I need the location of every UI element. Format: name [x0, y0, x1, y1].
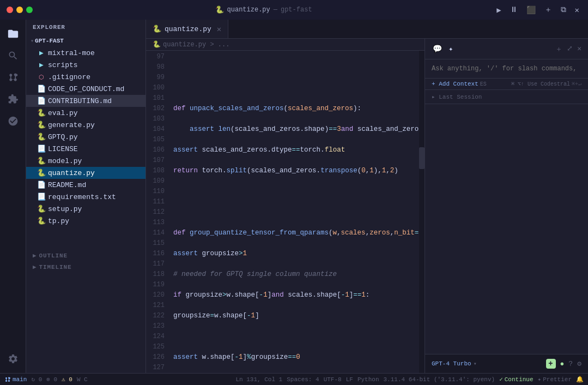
- ai-icon[interactable]: [3, 111, 23, 131]
- sidebar-item-label: requirements.txt: [48, 193, 116, 201]
- py-icon: 🐍: [37, 109, 46, 117]
- ai-plus-button[interactable]: +: [546, 359, 556, 369]
- errors-indicator[interactable]: ⊗ 0: [46, 376, 57, 383]
- sidebar-item-setup[interactable]: 🐍 setup.py: [26, 203, 146, 215]
- minimize-button[interactable]: [16, 7, 23, 13]
- prettier-indicator[interactable]: ✦ Prettier: [538, 376, 572, 383]
- maximize-button[interactable]: [26, 7, 33, 13]
- sidebar-item-label: setup.py: [48, 205, 82, 213]
- sidebar-item-label: eval.py: [48, 109, 78, 117]
- sidebar-item-label: CODE_OF_CONDUCT.md: [48, 85, 124, 93]
- sidebar-item-requirements[interactable]: 📃 requirements.txt: [26, 191, 146, 203]
- sidebar-item-label: .gitignore: [48, 73, 90, 81]
- spaces-indicator[interactable]: Spaces: 4: [287, 376, 319, 383]
- sidebar-item-gitignore[interactable]: ⬡ .gitignore: [26, 71, 146, 83]
- line-numbers: 97 98 99 100 101 102 103 104 105 106 107…: [146, 51, 169, 373]
- ai-panel: 💬 ✦ ＋ ⤢ ✕ + Add Context ES: [425, 39, 588, 373]
- ai-tab-chat[interactable]: 💬: [432, 43, 443, 55]
- sidebar-item-mixtral[interactable]: ▶ mixtral-moe: [26, 47, 146, 59]
- sidebar-item-label: scripts: [48, 61, 78, 69]
- sidebar-item-scripts[interactable]: ▶ scripts: [26, 59, 146, 71]
- cursor-position[interactable]: Ln 131, Col 1: [235, 376, 282, 383]
- sidebar-item-label: mixtral-moe: [48, 49, 95, 57]
- sidebar-item-label: model.py: [48, 157, 82, 165]
- chevron-down-icon: ▾: [474, 360, 477, 367]
- tab-quantize[interactable]: 🐍 quantize.py ✕: [146, 20, 228, 38]
- editor-area: 🐍 quantize.py ✕ 🐍 quantize.py > ... 97 9…: [146, 20, 588, 373]
- sidebar-header: Explorer: [26, 20, 146, 35]
- ai-close-icon[interactable]: ✕: [577, 44, 581, 54]
- status-bar: main ↻ 0 ⊗ 0 ⚠ 0 W C Ln 131, Col 1 Space…: [0, 373, 588, 385]
- notification-bell[interactable]: 🔔: [576, 376, 584, 383]
- sidebar-item-code-of-conduct[interactable]: 📄 CODE_OF_CONDUCT.md: [26, 83, 146, 95]
- pause-icon[interactable]: ⏸: [508, 4, 520, 15]
- sidebar-item-readme[interactable]: 📄 README.md: [26, 179, 146, 191]
- continue-indicator[interactable]: ✓ Continue: [499, 376, 533, 383]
- ai-add-icon[interactable]: ＋: [555, 44, 562, 54]
- chevron-right-icon: ▶: [33, 263, 37, 270]
- editor-main[interactable]: 🐍 quantize.py > ... 97 98 99 100 101 102…: [146, 39, 425, 373]
- ai-expand-icon[interactable]: ⤢: [567, 44, 573, 54]
- sidebar-item-contributing[interactable]: 📄 CONTRIBUTING.md: [26, 95, 146, 107]
- language-indicator[interactable]: Python: [357, 376, 379, 383]
- md-icon: 📄: [37, 97, 46, 105]
- close-icon[interactable]: ✕: [573, 4, 581, 16]
- breadcrumb: quantize.py > ...: [163, 41, 229, 49]
- timeline-section[interactable]: ▶ TIMELINE: [26, 260, 146, 272]
- branch-icon: [4, 376, 11, 383]
- model-name: GPT-4 Turbo: [432, 360, 471, 367]
- title-bar: 🐍 quantize.py — gpt-fast ▶ ⏸ ⬛ ＋ ⧉ ✕: [0, 0, 588, 20]
- terminal-icon[interactable]: ⬛: [524, 4, 538, 16]
- sidebar-item-generate[interactable]: 🐍 generate.py: [26, 119, 146, 131]
- add-context-button[interactable]: + Add Context ES: [432, 81, 487, 87]
- sidebar-item-gptq[interactable]: 🐍 GPTQ.py: [26, 131, 146, 143]
- sync-indicator[interactable]: ↻ 0: [31, 376, 42, 383]
- codestral-button[interactable]: ⌘ ⌥↑ Use Codestral ⌘+↵: [511, 81, 581, 87]
- ai-content: [425, 104, 588, 354]
- w-indicator[interactable]: W C: [77, 376, 88, 383]
- explorer-icon[interactable]: [3, 24, 23, 44]
- md-icon: 📄: [37, 181, 46, 189]
- source-control-icon[interactable]: [3, 68, 23, 87]
- py-icon: 🐍: [37, 121, 46, 129]
- encoding-indicator[interactable]: UTF-8: [324, 376, 342, 383]
- eol-indicator[interactable]: LF: [346, 376, 353, 383]
- ai-bottom-actions: + ● ? ⚙: [546, 359, 581, 369]
- ai-green-dot[interactable]: ●: [560, 360, 565, 368]
- add-panel-icon[interactable]: ＋: [542, 4, 554, 16]
- model-selector[interactable]: GPT-4 Turbo ▾: [432, 360, 477, 367]
- sidebar-item-tp[interactable]: 🐍 tp.py: [26, 215, 146, 227]
- close-button[interactable]: [7, 7, 13, 13]
- sidebar-root-folder[interactable]: ▾ GPT-FAST: [26, 35, 146, 47]
- minimap-scrollbar[interactable]: [419, 51, 425, 373]
- sidebar-item-label: LICENSE: [48, 145, 78, 153]
- settings-icon[interactable]: [3, 349, 23, 369]
- folder-icon: ▶: [37, 61, 46, 69]
- code-area[interactable]: 97 98 99 100 101 102 103 104 105 106 107…: [146, 51, 425, 373]
- run-icon[interactable]: ▶: [494, 4, 503, 16]
- code-editor[interactable]: def unpack_scales_and_zeros(scales_and_z…: [169, 51, 419, 373]
- ai-help-button[interactable]: ?: [568, 360, 573, 368]
- sidebar-item-license[interactable]: 📃 LICENSE: [26, 143, 146, 155]
- sidebar-item-quantize[interactable]: 🐍 quantize.py: [26, 167, 146, 179]
- python-version[interactable]: 3.11.4 64-bit ('3.11.4': pyenv): [383, 376, 495, 383]
- outline-section[interactable]: ▶ OUTLINE: [26, 249, 146, 260]
- layout-icon[interactable]: ⧉: [559, 4, 568, 15]
- warnings-indicator[interactable]: ⚠ 0: [62, 376, 72, 383]
- extensions-icon[interactable]: [3, 89, 23, 109]
- branch-indicator[interactable]: main: [4, 376, 27, 383]
- ai-settings-button[interactable]: ⚙: [577, 359, 581, 368]
- tab-close-button[interactable]: ✕: [217, 25, 221, 34]
- minimap-thumb[interactable]: [419, 147, 425, 169]
- last-session-button[interactable]: ▸ Last Session: [425, 90, 588, 104]
- ai-input-area[interactable]: [425, 59, 588, 79]
- sidebar-item-model[interactable]: 🐍 model.py: [26, 155, 146, 167]
- ai-search-input[interactable]: [432, 65, 581, 73]
- sidebar-item-label: tp.py: [48, 217, 69, 225]
- chevron-right-icon: ▶: [33, 252, 37, 259]
- sidebar-item-eval[interactable]: 🐍 eval.py: [26, 107, 146, 119]
- search-icon[interactable]: [3, 46, 23, 65]
- file-icon: 📃: [37, 145, 46, 153]
- chevron-down-icon: ▾: [31, 38, 34, 44]
- ai-tab-ai[interactable]: ✦: [447, 43, 454, 55]
